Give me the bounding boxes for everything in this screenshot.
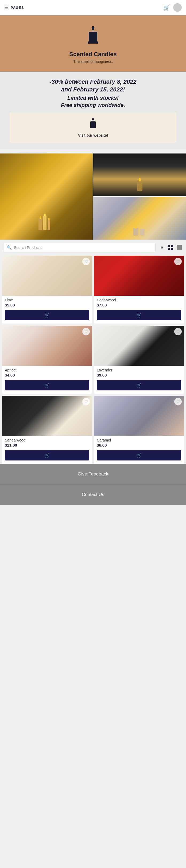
svg-rect-21 [171,245,173,247]
wishlist-button-caramel[interactable]: ♡ [174,398,182,405]
cta-candle-icon [15,118,171,131]
product-price-lavender: $9.00 [97,373,181,377]
header: ☰ PAGES 🛒 [0,0,186,15]
product-card-caramel: ♡ Caramel $6.00 🛒 [94,396,184,464]
svg-rect-14 [137,180,143,191]
header-right: 🛒 [163,3,182,12]
svg-rect-9 [43,216,46,230]
product-name-lavender: Lavender [97,368,181,372]
add-to-cart-button-caramel[interactable]: 🛒 [97,450,181,461]
svg-rect-18 [140,229,145,236]
header-left: ☰ PAGES [4,4,24,10]
wishlist-button-cedarwood[interactable]: ♡ [174,258,182,265]
product-price-cedarwood: $7.00 [97,303,181,307]
wishlist-button-apricot[interactable]: ♡ [82,328,90,335]
wishlist-button-sandalwood[interactable]: ♡ [82,398,90,405]
svg-rect-23 [171,248,173,250]
product-name-apricot: Apricot [5,368,89,372]
svg-rect-10 [48,220,50,230]
svg-point-12 [44,214,46,216]
search-input[interactable] [14,246,152,250]
products-grid: ♡ Lime $5.00 🛒 ♡ Cedarwood $7.00 🛒 ♡ Apr… [0,256,186,464]
menu-icon[interactable]: ☰ [4,4,8,10]
candle-hero-icon [5,26,181,48]
add-to-cart-button-lime[interactable]: 🛒 [5,310,89,320]
wishlist-button-lavender[interactable]: ♡ [174,328,182,335]
hero-title: Scented Candles [5,51,181,58]
svg-rect-17 [133,228,138,236]
hero-section: Scented Candles The smell of happiness. [0,15,186,72]
product-info-lavender: Lavender $9.00 🛒 [94,366,184,394]
svg-rect-7 [90,127,96,128]
website-cta[interactable]: Visit our website! [10,113,176,143]
contact-us-button[interactable]: Contact Us [0,484,186,505]
product-card-sandalwood: ♡ Sandalwood $11.00 🛒 [2,396,92,464]
add-to-cart-button-cedarwood[interactable]: 🛒 [97,310,181,320]
product-info-cedarwood: Cedarwood $7.00 🛒 [94,296,184,323]
product-image-apricot: ♡ [2,326,92,366]
product-image-caramel: ♡ [94,396,184,436]
search-input-wrap[interactable]: 🔍 [3,243,156,252]
promo-line1: -30% between February 8, 2022 and Februa… [5,78,181,93]
view-icons: ≡ [159,244,183,251]
product-name-sandalwood: Sandalwood [5,438,89,442]
promo-section: -30% between February 8, 2022 and Februa… [0,72,186,149]
svg-point-4 [92,118,94,121]
grid-view-icon[interactable] [167,244,174,251]
product-name-cedarwood: Cedarwood [97,298,181,302]
image-cell-1 [0,154,93,240]
product-name-caramel: Caramel [97,438,181,442]
svg-point-19 [135,226,136,229]
svg-rect-22 [168,248,170,250]
add-to-cart-button-lavender[interactable]: 🛒 [97,380,181,391]
svg-rect-24 [177,245,182,250]
product-info-apricot: Apricot $4.00 🛒 [2,366,92,394]
svg-point-13 [48,218,50,220]
avatar[interactable] [173,3,182,12]
product-info-lime: Lime $5.00 🛒 [2,296,92,323]
pages-label: PAGES [11,6,24,10]
list-view-icon[interactable]: ≡ [159,244,166,251]
hero-subtitle: The smell of happiness. [5,59,181,64]
give-feedback-button[interactable]: Give Feedback [0,464,186,484]
product-name-lime: Lime [5,298,89,302]
product-card-lime: ♡ Lime $5.00 🛒 [2,256,92,323]
product-card-apricot: ♡ Apricot $4.00 🛒 [2,326,92,394]
svg-rect-3 [88,41,98,43]
cta-text: Visit our website! [15,133,171,137]
cart-icon[interactable]: 🛒 [163,4,170,11]
wishlist-button-lime[interactable]: ♡ [82,258,90,265]
image-cell-2 [93,154,186,196]
product-price-sandalwood: $11.00 [5,443,89,447]
svg-rect-6 [90,121,96,128]
svg-rect-2 [89,32,97,42]
add-to-cart-button-sandalwood[interactable]: 🛒 [5,450,89,461]
product-image-cedarwood: ♡ [94,256,184,296]
product-card-lavender: ♡ Lavender $9.00 🛒 [94,326,184,394]
svg-rect-20 [168,245,170,247]
product-info-caramel: Caramel $6.00 🛒 [94,436,184,464]
search-icon: 🔍 [7,245,12,250]
product-image-lavender: ♡ [94,326,184,366]
product-price-apricot: $4.00 [5,373,89,377]
promo-line4: Free shipping worldwide. [5,102,181,108]
product-price-caramel: $6.00 [97,443,181,447]
add-to-cart-button-apricot[interactable]: 🛒 [5,380,89,391]
svg-point-15 [139,178,141,182]
block-view-icon[interactable] [176,244,183,251]
svg-point-11 [39,216,41,219]
image-cell-3 [93,197,186,240]
svg-rect-8 [38,218,42,230]
product-card-cedarwood: ♡ Cedarwood $7.00 🛒 [94,256,184,323]
product-image-sandalwood: ♡ [2,396,92,436]
product-price-lime: $5.00 [5,303,89,307]
svg-point-0 [92,26,94,30]
search-bar-row: 🔍 ≡ [0,240,186,256]
image-grid [0,154,186,240]
product-info-sandalwood: Sandalwood $11.00 🛒 [2,436,92,464]
promo-line3: Limited with stocks! [5,95,181,101]
product-image-lime: ♡ [2,256,92,296]
